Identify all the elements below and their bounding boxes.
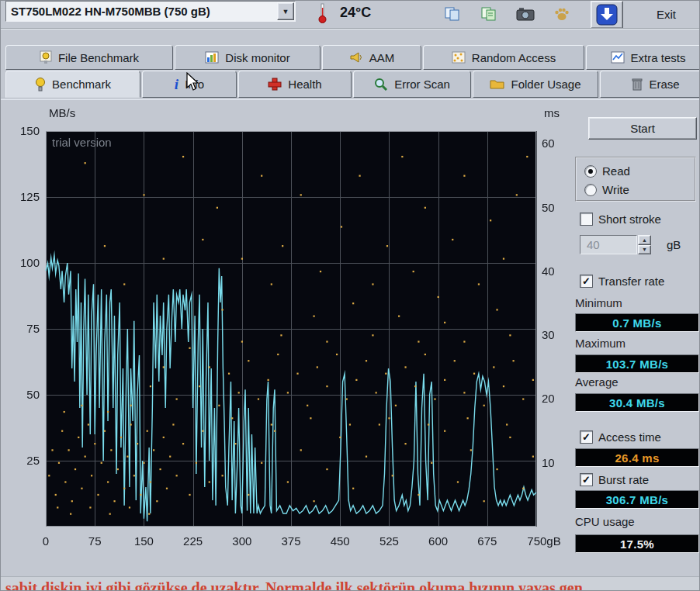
toolbar: ST750LM022 HN-M750MBB (750 gB) ▼ 24°C Ex… — [1, 1, 699, 29]
copy-screenshot-button[interactable] — [438, 2, 467, 26]
disk-monitor-icon — [205, 51, 219, 64]
tab-label: Erase — [649, 78, 679, 91]
download-icon — [596, 4, 618, 26]
benchmark-icon — [35, 77, 46, 92]
bottom-note: sabit diskin iyi gibi gözükse de uzaktır… — [5, 579, 583, 591]
drive-selector-value: ST750LM022 HN-M750MBB (750 gB) — [6, 5, 277, 18]
radio-unselected-icon — [584, 184, 597, 196]
tab-file-benchmark[interactable]: File Benchmark — [5, 45, 173, 70]
short-stroke-value-input[interactable]: 40 — [580, 235, 637, 254]
start-button[interactable]: Start — [588, 117, 697, 140]
burst-rate-label: Burst rate — [598, 473, 649, 486]
tab-label: Extra tests — [631, 51, 686, 64]
tab-benchmark[interactable]: Benchmark — [5, 71, 140, 98]
hd-tune-window: ST750LM022 HN-M750MBB (750 gB) ▼ 24°C Ex… — [0, 0, 700, 591]
read-radio[interactable]: Read — [584, 164, 630, 178]
tab-row-secondary: File Benchmark Disk monitor AAM Random A… — [5, 45, 700, 70]
info-icon: i — [175, 76, 178, 93]
tab-random-access[interactable]: Random Access — [423, 45, 584, 70]
paw-icon — [553, 6, 570, 22]
read-radio-label: Read — [602, 164, 630, 178]
tab-label: AAM — [369, 51, 395, 64]
tab-disk-monitor[interactable]: Disk monitor — [175, 45, 321, 70]
short-stroke-value: 40 — [587, 238, 600, 251]
cpu-usage-label: CPU usage — [575, 515, 635, 528]
random-access-icon — [452, 51, 466, 64]
chevron-down-icon[interactable]: ▼ — [277, 2, 294, 20]
health-cross-icon — [268, 78, 282, 91]
speaker-icon — [349, 51, 363, 64]
screenshot-button[interactable] — [511, 2, 540, 26]
trash-icon — [632, 78, 643, 91]
tab-label: Disk monitor — [225, 51, 289, 64]
tab-erase[interactable]: Erase — [600, 71, 700, 98]
drive-selector[interactable]: ST750LM022 HN-M750MBB (750 gB) ▼ — [5, 1, 296, 22]
transfer-rate-label: Transfer rate — [598, 275, 664, 288]
tab-label: Random Access — [472, 51, 556, 64]
minimum-label: Minimum — [575, 296, 622, 309]
spinner-down-icon[interactable]: ▼ — [638, 245, 651, 255]
read-write-groupbox: Read Write — [575, 157, 696, 202]
exit-button[interactable]: Exit — [657, 8, 676, 21]
toolbar-separator — [1, 28, 699, 29]
access-time-value: 26.4 ms — [575, 448, 699, 467]
tab-aam[interactable]: AAM — [322, 45, 421, 70]
burst-rate-value: 306.7 MB/s — [575, 490, 699, 509]
cpu-usage-value: 17.5% — [575, 534, 699, 553]
tab-content-divider — [1, 98, 699, 100]
checkbox-checked-icon: ✓ — [580, 275, 593, 288]
tab-label: Health — [288, 78, 321, 91]
paw-button[interactable] — [547, 2, 577, 26]
copy-text-button[interactable] — [474, 2, 504, 26]
bottom-strip: sabit diskin iyi gibi gözükse de uzaktır… — [1, 576, 700, 591]
tab-label: Folder Usage — [511, 78, 580, 91]
average-label: Average — [575, 375, 619, 389]
benchmark-chart — [7, 102, 567, 555]
download-button[interactable] — [591, 1, 623, 29]
copy-text-icon — [480, 6, 497, 22]
tab-extra-tests[interactable]: Extra tests — [586, 45, 700, 70]
tab-health[interactable]: Health — [238, 71, 352, 98]
access-time-checkbox[interactable]: ✓ Access time — [580, 430, 661, 444]
checkbox-checked-icon: ✓ — [580, 430, 593, 444]
short-stroke-checkbox[interactable]: Short stroke — [580, 213, 661, 226]
checkbox-unchecked-icon — [580, 213, 593, 226]
copy-icon — [444, 6, 461, 22]
mouse-cursor — [185, 72, 201, 95]
extra-tests-icon — [611, 51, 625, 64]
folder-icon — [490, 78, 504, 90]
radio-selected-icon — [584, 165, 597, 178]
short-stroke-stepper: ▲ ▼ — [638, 235, 651, 254]
magnifier-icon — [374, 78, 388, 92]
short-stroke-unit-label: gB — [667, 238, 681, 251]
write-radio-label: Write — [602, 183, 629, 196]
minimum-value: 0.7 MB/s — [575, 313, 699, 332]
maximum-value: 103.7 MB/s — [575, 354, 699, 373]
file-benchmark-icon — [40, 50, 52, 64]
average-value: 30.4 MB/s — [575, 393, 699, 412]
burst-rate-checkbox[interactable]: ✓ Burst rate — [580, 473, 649, 486]
tab-label: File Benchmark — [58, 51, 139, 64]
maximum-label: Maximum — [575, 337, 625, 350]
tab-folder-usage[interactable]: Folder Usage — [473, 71, 598, 98]
write-radio[interactable]: Write — [584, 183, 629, 196]
tab-label: Error Scan — [394, 78, 450, 91]
tab-label: Benchmark — [52, 78, 111, 91]
transfer-rate-checkbox[interactable]: ✓ Transfer rate — [580, 275, 664, 288]
camera-icon — [516, 7, 535, 21]
tab-error-scan[interactable]: Error Scan — [353, 71, 471, 98]
access-time-label: Access time — [598, 430, 661, 444]
temperature-display: 24°C — [340, 5, 371, 21]
short-stroke-label: Short stroke — [598, 213, 661, 226]
tab-row-primary: Benchmark i Info Health Error Scan Folde… — [5, 71, 700, 98]
checkbox-checked-icon: ✓ — [580, 473, 593, 486]
spinner-up-icon[interactable]: ▲ — [638, 235, 651, 245]
thermometer-icon — [317, 2, 327, 27]
